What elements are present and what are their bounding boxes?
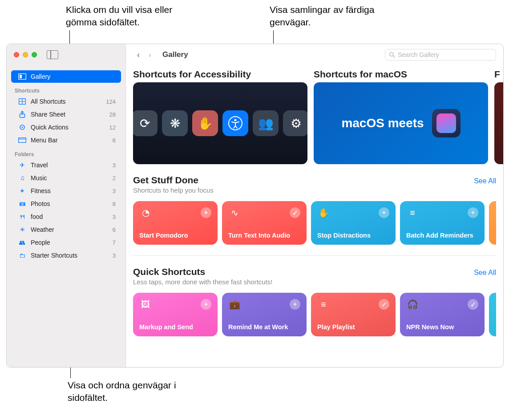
added-check-icon[interactable]: ✓ — [379, 299, 389, 310]
section-get-stuff-done: Get Stuff Done Shortcuts to help you foc… — [133, 175, 503, 245]
svg-rect-8 — [19, 138, 26, 143]
sidebar-item-label: People — [31, 239, 108, 246]
sidebar-item-all-shortcuts[interactable]: All Shortcuts 124 — [11, 95, 121, 108]
sidebar-item-count: 2 — [113, 175, 116, 182]
people-icon: 👥︎ — [18, 238, 26, 246]
sidebar-toggle-button[interactable] — [47, 50, 58, 59]
shortcut-card[interactable]: ≡✓Play Playlist — [311, 293, 396, 336]
card-glyph-icon: ◔ — [139, 206, 152, 219]
shortcut-card[interactable]: 🖼+Markup and Send — [133, 293, 218, 336]
sidebar-item-label: food — [31, 213, 108, 220]
app-window: Gallery Shortcuts All Shortcuts 124 Shar… — [6, 44, 504, 368]
camera-icon: 📷︎ — [18, 200, 26, 208]
card-glyph-icon: ∿ — [228, 206, 241, 219]
shortcut-card[interactable]: ∿✓Turn Text Into Audio — [222, 201, 307, 245]
sidebar-item-count: 124 — [106, 98, 116, 105]
sidebar-item-count: 6 — [113, 226, 116, 233]
section-divider — [133, 255, 496, 256]
sidebar: Gallery Shortcuts All Shortcuts 124 Shar… — [7, 44, 126, 367]
added-check-icon[interactable]: ✓ — [290, 207, 300, 218]
add-plus-button[interactable]: + — [379, 207, 389, 218]
card-name: Start Pomodoro — [139, 232, 211, 239]
sidebar-item-label: Quick Actions — [31, 124, 105, 131]
add-plus-button[interactable]: + — [201, 299, 211, 310]
hero-accessibility[interactable]: ⟳ ❋ ✋ 👥 ⚙ — [133, 82, 307, 164]
hero-macos[interactable]: macOS meets — [314, 82, 488, 164]
sidebar-folder-photos[interactable]: 📷︎Photos8 — [11, 198, 121, 210]
shortcuts-app-icon — [432, 109, 461, 137]
share-icon — [18, 110, 26, 118]
sidebar-item-count: 3 — [113, 252, 116, 259]
sidebar-folder-people[interactable]: 👥︎People7 — [11, 236, 121, 249]
shortcut-card[interactable]: ≡+Batch Add Reminders — [400, 201, 485, 245]
plane-icon: ✈︎ — [18, 161, 26, 169]
svg-point-13 — [234, 119, 237, 121]
shortcut-card[interactable]: ◔+Start Pomodoro — [133, 201, 218, 245]
sidebar-folder-music[interactable]: ♫Music2 — [11, 172, 121, 184]
sidebar-item-label: Photos — [31, 200, 108, 207]
sidebar-item-label: All Shortcuts — [31, 98, 101, 105]
sidebar-item-count: 3 — [113, 162, 116, 169]
shortcut-card[interactable]: 🎧✓NPR News Now — [400, 293, 485, 336]
add-plus-button[interactable]: + — [201, 207, 211, 218]
gear-icon — [18, 123, 26, 131]
sidebar-folder-weather[interactable]: ☀︎Weather6 — [11, 223, 121, 236]
sidebar-item-label: Fitness — [31, 187, 108, 194]
titlebar — [7, 44, 503, 65]
add-plus-button[interactable]: + — [468, 207, 478, 218]
sidebar-item-gallery[interactable]: Gallery — [11, 70, 121, 83]
card-name: Remind Me at Work — [228, 323, 300, 331]
sidebar-item-label: Travel — [31, 162, 108, 169]
shortcut-card[interactable]: + — [489, 293, 496, 336]
card-glyph-icon — [495, 206, 496, 219]
fitness-icon: ✶ — [18, 187, 26, 195]
sidebar-item-count: 28 — [109, 111, 116, 118]
added-check-icon[interactable]: ✓ — [468, 299, 478, 310]
maximize-button[interactable] — [32, 52, 37, 57]
sidebar-item-menu-bar[interactable]: Menu Bar 6 — [11, 134, 121, 146]
music-icon: ♫ — [18, 174, 26, 182]
sidebar-item-count: 6 — [113, 137, 116, 144]
accessibility-icon — [222, 110, 248, 136]
section-subtitle: Shortcuts to help you focus — [133, 186, 214, 194]
sidebar-header-folders: Folders — [7, 147, 125, 158]
sidebar-folder-food[interactable]: 🍴︎food3 — [11, 210, 121, 223]
sidebar-folder-fitness[interactable]: ✶Fitness3 — [11, 185, 121, 197]
sidebar-item-count: 7 — [113, 239, 116, 246]
callout-sidebar-toggle: Klicka om du vill visa eller gömma sidof… — [66, 4, 182, 29]
sidebar-item-label: Menu Bar — [31, 137, 108, 144]
sidebar-item-count: 3 — [113, 214, 116, 220]
svg-point-7 — [22, 127, 23, 128]
sidebar-item-share-sheet[interactable]: Share Sheet 28 — [11, 108, 121, 121]
hero-app-icon: ⟳ — [133, 110, 158, 136]
minimize-button[interactable] — [23, 52, 28, 57]
sidebar-item-count: 3 — [113, 188, 116, 194]
sidebar-folder-travel[interactable]: ✈︎Travel3 — [11, 159, 121, 171]
hero-macos-text: macOS meets — [341, 116, 424, 130]
sidebar-folder-starter[interactable]: 🗀Starter Shortcuts3 — [11, 249, 121, 262]
callout-sidebar-view: Visa och ordna genvägar i sidofältet. — [68, 379, 183, 404]
hero-app-icon: ❋ — [162, 110, 188, 136]
folder-icon: 🗀 — [18, 251, 26, 259]
card-name: Stop Distractions — [317, 232, 389, 239]
hero-partial[interactable] — [494, 82, 503, 164]
card-glyph-icon: ≡ — [317, 298, 330, 311]
see-all-link[interactable]: See All — [474, 269, 496, 277]
sidebar-gallery-label: Gallery — [31, 73, 116, 80]
section-title: Quick Shortcuts — [133, 267, 273, 277]
card-glyph-icon: 💼 — [228, 298, 241, 311]
card-name: Batch Add Reminders — [406, 232, 478, 239]
add-plus-button[interactable]: + — [290, 299, 300, 310]
sidebar-item-quick-actions[interactable]: Quick Actions 12 — [11, 121, 121, 133]
section-subtitle: Less taps, more done with these fast sho… — [133, 278, 273, 286]
sidebar-item-label: Share Sheet — [31, 111, 105, 118]
fork-icon: 🍴︎ — [18, 213, 26, 221]
shortcut-card[interactable]: ✋+Stop Distractions — [311, 201, 396, 245]
see-all-link[interactable]: See All — [474, 177, 496, 185]
sidebar-header-shortcuts: Shortcuts — [7, 83, 125, 95]
shortcut-card[interactable]: + — [489, 201, 496, 245]
sidebar-item-label: Weather — [31, 226, 108, 233]
sidebar-item-count: 8 — [113, 201, 116, 207]
close-button[interactable] — [14, 52, 19, 57]
shortcut-card[interactable]: 💼+Remind Me at Work — [222, 293, 307, 336]
